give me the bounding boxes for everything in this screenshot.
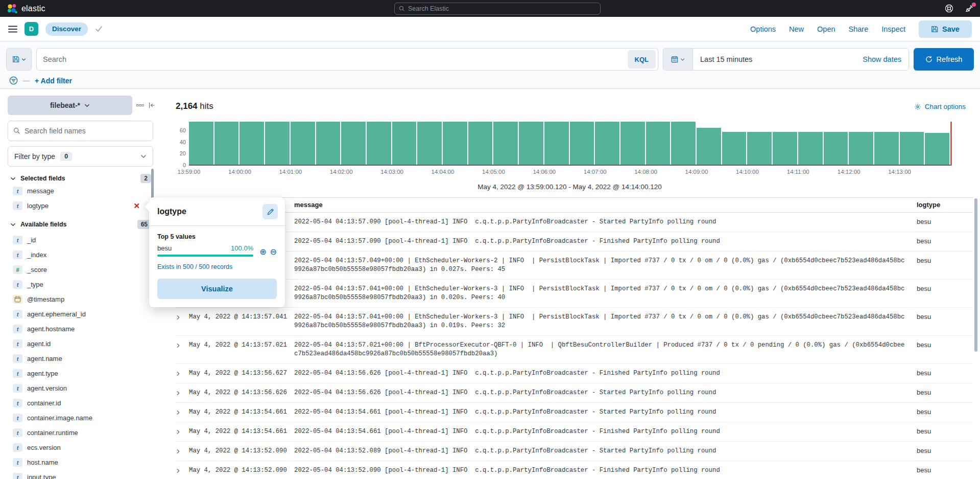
- histogram-bar-14:10:30[interactable]: [773, 132, 797, 165]
- field-item-agent.ephemeral_id[interactable]: tagent.ephemeral_id: [13, 307, 154, 322]
- expand-row-icon[interactable]: [176, 447, 185, 455]
- histogram-bar-14:08:30[interactable]: [671, 122, 696, 165]
- field-settings-icon[interactable]: [136, 103, 144, 108]
- histogram-bar-14:09:00[interactable]: [697, 128, 721, 165]
- filter-by-type-select[interactable]: Filter by type 0: [8, 146, 153, 167]
- expand-row-icon[interactable]: [176, 408, 185, 417]
- filter-icon[interactable]: [9, 76, 18, 85]
- histogram-bar-14:03:00[interactable]: [392, 122, 417, 165]
- histogram-bar-14:07:00[interactable]: [595, 122, 619, 165]
- show-dates-button[interactable]: Show dates: [855, 55, 909, 63]
- histogram-bar-14:09:30[interactable]: [722, 132, 747, 165]
- field-name: container.id: [27, 399, 61, 407]
- histogram-bar-14:07:30[interactable]: [620, 122, 645, 165]
- field-item-container.image.name[interactable]: tcontainer.image.name: [13, 410, 154, 425]
- filter-out-value-icon[interactable]: ⊖: [270, 248, 277, 256]
- menu-hamburger-icon[interactable]: [8, 26, 17, 33]
- histogram-bar-13:59:30[interactable]: [214, 122, 239, 165]
- field-item-agent.hostname[interactable]: tagent.hostname: [13, 322, 154, 336]
- field-item-_index[interactable]: t_index: [13, 247, 154, 262]
- table-header-message[interactable]: message: [294, 201, 917, 209]
- table-scrollbar[interactable]: [974, 198, 977, 352]
- exists-records-link[interactable]: Exists in 500 / 500 records: [157, 263, 232, 270]
- nav-link-new[interactable]: New: [789, 25, 804, 33]
- field-item-input.type[interactable]: tinput.type: [13, 470, 154, 479]
- saved-query-menu-button[interactable]: [6, 48, 32, 71]
- histogram-bar-13:59:00[interactable]: [189, 122, 213, 165]
- available-fields-header[interactable]: Available fields 65: [10, 220, 151, 229]
- field-item-_score[interactable]: #_score: [13, 262, 154, 277]
- field-item-_id[interactable]: t_id: [13, 233, 154, 247]
- field-item-message[interactable]: tmessage: [13, 184, 154, 198]
- field-item-agent.name[interactable]: tagent.name: [13, 351, 154, 366]
- histogram-bar-14:01:00[interactable]: [291, 122, 315, 165]
- histogram-bar-14:05:00[interactable]: [493, 122, 518, 165]
- field-item-@timestamp[interactable]: @timestamp: [13, 292, 154, 307]
- histogram-bar-14:04:30[interactable]: [468, 122, 493, 165]
- histogram-bar-14:11:30[interactable]: [824, 132, 848, 165]
- histogram-bar-14:03:30[interactable]: [417, 122, 442, 165]
- histogram-bar-14:10:00[interactable]: [747, 132, 772, 165]
- histogram-bar-14:02:00[interactable]: [341, 122, 366, 165]
- query-input[interactable]: [37, 55, 626, 63]
- histogram-bar-14:00:30[interactable]: [265, 122, 290, 165]
- histogram-bar-14:02:30[interactable]: [367, 122, 391, 165]
- histogram-bar-14:05:30[interactable]: [519, 122, 543, 165]
- field-item-ecs.version[interactable]: tecs.version: [13, 440, 154, 455]
- expand-row-icon[interactable]: [176, 313, 185, 322]
- field-name: agent.ephemeral_id: [27, 310, 86, 318]
- histogram-bar-14:00:00[interactable]: [240, 122, 264, 165]
- incomplete-bucket-marker: [950, 122, 952, 166]
- newsfeed-icon[interactable]: [964, 3, 975, 14]
- field-item-logtype[interactable]: tlogtype✕: [13, 198, 154, 213]
- nav-link-share[interactable]: Share: [849, 25, 869, 33]
- histogram-bar-14:12:30[interactable]: [874, 132, 899, 165]
- field-item-_type[interactable]: t_type: [13, 277, 154, 292]
- histogram-bar-14:06:00[interactable]: [544, 122, 569, 165]
- help-icon[interactable]: [943, 3, 954, 14]
- histogram-bar-14:12:00[interactable]: [849, 132, 873, 165]
- refresh-button[interactable]: Refresh: [914, 48, 974, 71]
- collapse-sidebar-icon[interactable]: [148, 102, 155, 109]
- expand-row-icon[interactable]: [176, 466, 185, 475]
- nav-link-options[interactable]: Options: [750, 25, 776, 33]
- field-item-container.id[interactable]: tcontainer.id: [13, 396, 154, 410]
- kibana-discover-app: elastic D Discover: [0, 0, 980, 479]
- field-item-container.runtime[interactable]: tcontainer.runtime: [13, 425, 154, 440]
- global-search-input[interactable]: [408, 5, 596, 12]
- table-header-logtype[interactable]: logtype: [917, 201, 973, 209]
- remove-field-icon[interactable]: ✕: [133, 201, 140, 211]
- histogram-bar-14:04:00[interactable]: [443, 122, 467, 165]
- expand-row-icon[interactable]: [176, 427, 185, 436]
- index-pattern-select[interactable]: filebeat-*: [8, 96, 132, 115]
- save-button[interactable]: Save: [919, 20, 972, 38]
- field-item-host.name[interactable]: thost.name: [13, 455, 154, 470]
- field-item-agent.type[interactable]: tagent.type: [13, 366, 154, 381]
- expand-row-icon[interactable]: [176, 369, 185, 378]
- breadcrumb-discover[interactable]: Discover: [45, 22, 88, 36]
- chart-options-button[interactable]: Chart options: [914, 103, 966, 110]
- space-avatar[interactable]: D: [25, 22, 38, 36]
- histogram-bar-14:01:30[interactable]: [316, 122, 341, 165]
- field-item-agent.id[interactable]: tagent.id: [13, 336, 154, 351]
- query-language-button[interactable]: KQL: [628, 50, 656, 69]
- selected-fields-header[interactable]: Selected fields 2: [10, 174, 151, 183]
- histogram-bar-14:08:00[interactable]: [646, 122, 671, 165]
- global-search[interactable]: [394, 3, 601, 15]
- date-quick-select-button[interactable]: [663, 49, 693, 70]
- field-search-input[interactable]: [25, 127, 148, 135]
- histogram-bar-14:06:30[interactable]: [570, 122, 594, 165]
- filter-for-value-icon[interactable]: ⊕: [259, 248, 266, 256]
- visualize-button[interactable]: Visualize: [157, 279, 277, 299]
- time-range-value[interactable]: Last 15 minutes: [693, 55, 855, 63]
- expand-row-icon[interactable]: [176, 389, 185, 397]
- histogram-bar-14:13:00[interactable]: [900, 132, 924, 165]
- nav-link-open[interactable]: Open: [817, 25, 835, 33]
- histogram-bar-14:11:00[interactable]: [798, 132, 823, 165]
- add-filter-button[interactable]: + Add filter: [35, 77, 72, 85]
- nav-link-inspect[interactable]: Inspect: [881, 25, 905, 33]
- field-item-agent.version[interactable]: tagent.version: [13, 381, 154, 396]
- edit-field-icon[interactable]: [262, 204, 278, 219]
- expand-row-icon[interactable]: [176, 341, 185, 350]
- histogram-bar-14:13:30[interactable]: [925, 133, 949, 165]
